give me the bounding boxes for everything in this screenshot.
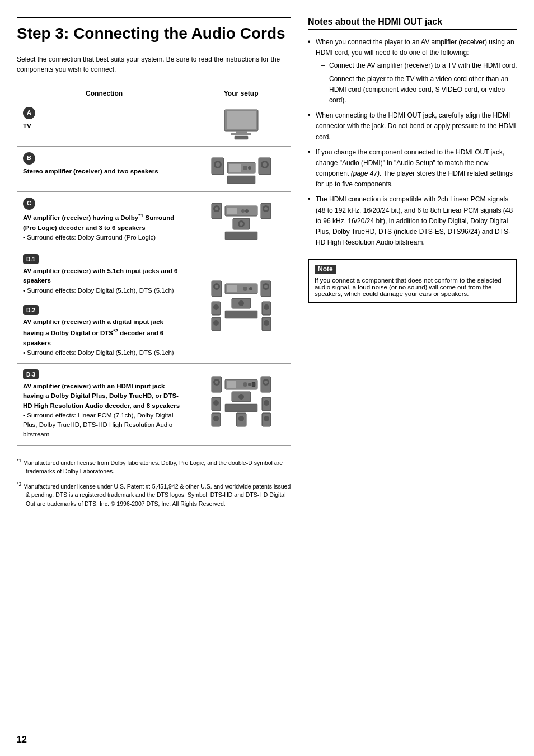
- footnotes: *1 Manufactured under license from Dolby…: [17, 457, 291, 509]
- connection-table: Connection Your setup A TV: [17, 86, 291, 446]
- notes-list: When you connect the player to an AV amp…: [308, 37, 517, 248]
- sub-item-1b: Connect the player to the TV with a vide…: [321, 74, 517, 106]
- table-row: C AV amplifier (receiver) having a Dolby…: [17, 191, 291, 248]
- svg-point-36: [249, 287, 252, 290]
- svg-point-74: [264, 416, 269, 421]
- svg-point-63: [238, 394, 244, 400]
- note-item-1: When you connect the player to an AV amp…: [308, 37, 517, 106]
- footnote-2: *2 Manufactured under license under U.S.…: [17, 481, 291, 509]
- page-title: Step 3: Connecting the Audio Cords: [17, 17, 291, 43]
- label-d2: AV amplifier (receiver) with a digital i…: [23, 317, 185, 358]
- note-item-2: When connecting to the HDMI OUT jack, ca…: [308, 110, 517, 143]
- svg-point-65: [213, 400, 219, 406]
- page-container: Step 3: Connecting the Audio Cords Selec…: [0, 0, 534, 756]
- badge-c: C: [23, 198, 35, 210]
- note-box: Note If you connect a component that doe…: [308, 259, 517, 303]
- setup-cell-d12: [191, 248, 291, 364]
- svg-rect-4: [235, 136, 248, 139]
- table-row: A TV: [17, 101, 291, 146]
- svg-point-28: [240, 222, 243, 226]
- svg-rect-3: [231, 133, 251, 135]
- badge-d1: D-1: [23, 254, 39, 264]
- connection-cell-d3: D-3 AV amplifier (receiver) with an HDMI…: [17, 364, 191, 446]
- right-section-heading: Notes about the HDMI OUT jack: [308, 17, 517, 30]
- note-item-3: If you change the component connected to…: [308, 147, 517, 190]
- device-d12: [197, 278, 285, 334]
- svg-point-7: [216, 162, 220, 167]
- badge-b: B: [23, 152, 35, 165]
- col2-header: Your setup: [191, 86, 291, 101]
- svg-point-10: [243, 166, 247, 170]
- device-d3: [197, 374, 285, 435]
- svg-rect-9: [229, 164, 241, 172]
- label-a: TV: [23, 121, 185, 131]
- col1-header: Connection: [17, 86, 191, 101]
- svg-point-18: [215, 207, 218, 210]
- connection-cell-b: B Stereo amplifier (receiver) and two sp…: [17, 146, 191, 191]
- svg-point-56: [243, 382, 247, 387]
- svg-point-21: [241, 209, 245, 213]
- svg-point-14: [263, 162, 267, 167]
- device-a: [197, 107, 285, 140]
- label-b: Stereo amplifier (receiver) and two spea…: [23, 167, 185, 176]
- table-row: B Stereo amplifier (receiver) and two sp…: [17, 146, 291, 191]
- svg-point-32: [215, 285, 218, 288]
- svg-point-43: [238, 300, 244, 306]
- svg-point-41: [213, 304, 219, 310]
- badge-d2: D-2: [23, 305, 39, 315]
- connection-cell-a: A TV: [17, 101, 191, 146]
- connection-cell-d12: D-1 AV amplifier (receiver) with 5.1ch i…: [17, 248, 191, 364]
- svg-rect-58: [252, 382, 255, 387]
- svg-point-11: [248, 166, 251, 170]
- svg-rect-68: [225, 404, 257, 412]
- svg-point-61: [264, 381, 268, 384]
- setup-cell-d3: [191, 364, 291, 446]
- svg-point-35: [243, 287, 247, 291]
- svg-rect-55: [227, 381, 236, 388]
- footnote-1: *1 Manufactured under license from Dolby…: [17, 457, 291, 476]
- svg-rect-15: [227, 176, 255, 184]
- note-label: Note: [315, 265, 336, 274]
- page-number: 12: [17, 735, 27, 745]
- connection-cell-c: C AV amplifier (receiver) having a Dolby…: [17, 191, 191, 248]
- svg-rect-29: [225, 232, 257, 240]
- table-row: D-3 AV amplifier (receiver) with an HDMI…: [17, 364, 291, 446]
- label-c: AV amplifier (receiver) having a Dolby*1…: [23, 212, 185, 243]
- svg-rect-46: [225, 311, 257, 318]
- setup-cell-a: [191, 101, 291, 146]
- label-d1: AV amplifier (receiver) with 5.1ch input…: [23, 266, 185, 295]
- note-text: If you connect a component that does not…: [315, 277, 510, 297]
- svg-point-39: [264, 285, 268, 288]
- svg-point-72: [238, 416, 244, 421]
- svg-point-67: [264, 400, 269, 406]
- setup-cell-c: [191, 191, 291, 248]
- svg-point-57: [248, 383, 251, 386]
- svg-rect-34: [227, 285, 237, 292]
- intro-text: Select the connection that best suits yo…: [17, 54, 291, 74]
- svg-point-70: [213, 416, 219, 421]
- av-d12-icon: [210, 278, 272, 334]
- svg-rect-2: [236, 131, 247, 133]
- device-b: [197, 152, 285, 186]
- svg-point-48: [213, 320, 219, 326]
- sub-list-1: Connect the AV amplifier (receiver) to a…: [316, 60, 517, 106]
- tv-icon: [219, 107, 264, 140]
- stereo-icon: [210, 152, 272, 186]
- svg-rect-20: [227, 208, 237, 214]
- badge-a: A: [23, 107, 35, 119]
- svg-point-50: [264, 320, 269, 326]
- sub-item-1a: Connect the AV amplifier (receiver) to a…: [321, 60, 517, 71]
- setup-cell-b: [191, 146, 291, 191]
- svg-point-45: [264, 304, 269, 310]
- badge-d3: D-3: [23, 369, 39, 379]
- av-d3-icon: [210, 374, 272, 435]
- device-c: [197, 198, 285, 242]
- svg-point-25: [264, 207, 268, 210]
- table-row: D-1 AV amplifier (receiver) with 5.1ch i…: [17, 248, 291, 364]
- label-d3: AV amplifier (receiver) with an HDMI inp…: [23, 382, 185, 440]
- right-column: Notes about the HDMI OUT jack When you c…: [308, 17, 517, 734]
- left-column: Step 3: Connecting the Audio Cords Selec…: [17, 17, 291, 734]
- note-item-4: The HDMI connection is compatible with 2…: [308, 194, 517, 248]
- av-c-icon: [210, 198, 272, 242]
- svg-point-53: [215, 381, 218, 384]
